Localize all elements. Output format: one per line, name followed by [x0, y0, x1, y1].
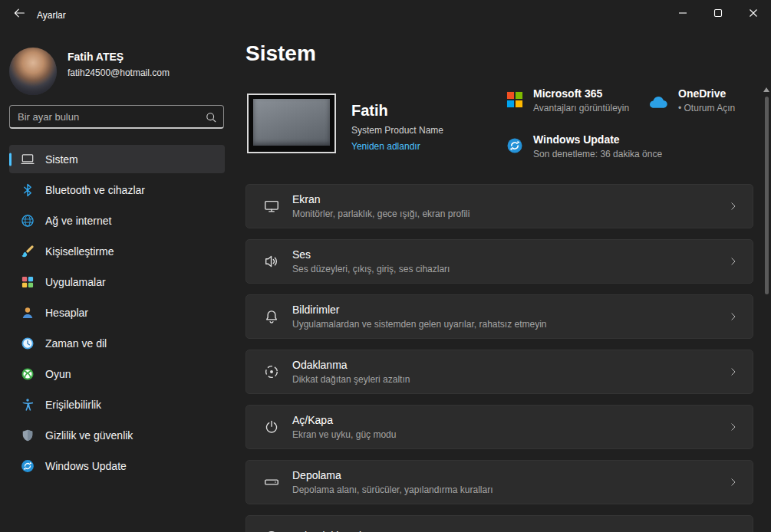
windows-update-text[interactable]: Windows Update Son denetleme: 36 dakika …: [533, 133, 662, 159]
back-arrow-icon: [13, 7, 25, 19]
microsoft-365-card[interactable]: [506, 91, 523, 108]
sidebar-item-accessibility[interactable]: Erişilebilirlik: [9, 390, 225, 419]
scrollbar-thumb[interactable]: [765, 97, 769, 294]
close-icon: [748, 8, 759, 18]
app-title: Ayarlar: [37, 10, 66, 21]
sidebar-item-privacy[interactable]: Gizlilik ve güvenlik: [9, 421, 225, 449]
bluetooth-icon: [20, 182, 35, 198]
scroll-up-button[interactable]: [763, 86, 770, 94]
paintbrush-icon: [20, 244, 35, 259]
setting-title: Bildirimler: [292, 304, 547, 316]
microsoft-logo-icon: [506, 91, 523, 108]
device-model: System Product Name: [351, 125, 443, 136]
minimize-icon: [677, 8, 688, 18]
setting-card-focus[interactable]: Odaklanma Dikkat dağıtan şeyleri azaltın: [245, 350, 753, 394]
sidebar-item-windows-update[interactable]: Windows Update: [9, 452, 225, 480]
windows-update-title: Windows Update: [533, 133, 662, 146]
settings-search: [9, 105, 224, 129]
setting-subtitle: Ses düzeyleri, çıkış, giriş, ses cihazla…: [292, 264, 450, 274]
clock-icon: [20, 336, 35, 351]
nearby-sharing-icon: [263, 529, 280, 532]
chevron-right-icon: [728, 422, 739, 432]
sidebar-item-network[interactable]: Ağ ve internet: [9, 206, 225, 235]
display-icon: [263, 198, 280, 215]
rename-device-link[interactable]: Yeniden adlandır: [351, 141, 443, 152]
setting-card-sound[interactable]: Ses Ses düzeyleri, çıkış, giriş, ses cih…: [245, 239, 753, 284]
setting-title: Odaklanma: [292, 359, 410, 371]
device-screen-preview: [253, 99, 330, 146]
setting-title: Aç/Kapa: [292, 414, 396, 426]
maximize-button[interactable]: [700, 0, 736, 26]
user-name: Fatih ATEŞ: [68, 51, 170, 63]
titlebar: Ayarlar: [0, 0, 771, 31]
windows-update-subtitle: Son denetleme: 36 dakika önce: [533, 149, 662, 159]
setting-subtitle: Uygulamalardan ve sistemden gelen uyarıl…: [292, 319, 547, 330]
microsoft-365-text[interactable]: Microsoft 365 Avantajları görüntüleyin: [533, 87, 629, 113]
setting-card-nearby-sharing[interactable]: Yakındaki paylaşım: [245, 515, 753, 532]
windows-update-card[interactable]: [506, 136, 524, 155]
sidebar-item-label: Bluetooth ve cihazlar: [45, 184, 145, 196]
setting-title: Ses: [292, 248, 450, 261]
window-controls: [665, 0, 771, 26]
setting-card-storage[interactable]: Depolama Depolama alanı, sürücüler, yapı…: [245, 460, 753, 504]
xbox-icon: [20, 366, 35, 382]
sidebar-item-label: Uygulamalar: [45, 276, 106, 288]
back-button[interactable]: [6, 2, 32, 25]
onedrive-cloud-icon: [648, 95, 671, 110]
setting-subtitle: Monitörler, parlaklık, gece ışığı, ekran…: [292, 209, 470, 219]
sidebar-item-label: Oyun: [45, 368, 71, 380]
sidebar-item-label: Kişiselleştirme: [45, 245, 114, 258]
setting-card-notifications[interactable]: Bildirimler Uygulamalardan ve sistemden …: [245, 294, 753, 339]
setting-title: Depolama: [292, 469, 493, 481]
microsoft-365-title: Microsoft 365: [533, 87, 629, 100]
setting-subtitle: Dikkat dağıtan şeyleri azaltın: [292, 374, 410, 385]
chevron-right-icon: [728, 477, 739, 488]
sidebar-item-label: Gizlilik ve güvenlik: [45, 429, 133, 442]
chevron-right-icon: [728, 366, 739, 377]
setting-subtitle: Ekran ve uyku, güç modu: [292, 429, 396, 440]
windows-update-icon: [20, 458, 35, 474]
close-button[interactable]: [736, 0, 771, 26]
chevron-right-icon: [728, 311, 739, 322]
search-input[interactable]: [10, 106, 223, 127]
onedrive-text[interactable]: OneDrive • Oturum Açın: [678, 87, 735, 113]
chevron-right-icon: [728, 256, 739, 267]
sidebar-nav: Sistem Bluetooth ve cihazlar Ağ ve inter…: [9, 145, 225, 482]
device-name: Fatih: [351, 102, 443, 120]
maximize-icon: [713, 8, 723, 18]
minimize-button[interactable]: [665, 0, 700, 26]
storage-drive-icon: [263, 474, 280, 491]
setting-card-power[interactable]: Aç/Kapa Ekran ve uyku, güç modu: [245, 405, 753, 449]
onedrive-card[interactable]: [648, 95, 671, 110]
setting-card-display[interactable]: Ekran Monitörler, parlaklık, gece ışığı,…: [245, 184, 753, 228]
page-title: Sistem: [245, 41, 316, 66]
user-email: fatih24500@hotmail.com: [68, 67, 170, 78]
sidebar-item-label: Windows Update: [45, 460, 127, 472]
globe-icon: [20, 213, 35, 228]
microsoft-365-subtitle: Avantajları görüntüleyin: [533, 103, 629, 113]
sidebar-item-label: Zaman ve dil: [45, 337, 107, 350]
shield-icon: [20, 428, 35, 443]
setting-title: Ekran: [292, 193, 470, 205]
sidebar-item-apps[interactable]: Uygulamalar: [9, 268, 225, 296]
device-image: [247, 94, 336, 153]
selected-indicator: [9, 153, 12, 166]
person-icon: [20, 305, 35, 320]
accessibility-icon: [20, 397, 35, 412]
sidebar-item-gaming[interactable]: Oyun: [9, 360, 225, 388]
chevron-right-icon: [728, 201, 739, 212]
sidebar-item-personalization[interactable]: Kişiselleştirme: [9, 237, 225, 265]
sidebar-item-label: Ağ ve internet: [45, 215, 111, 227]
sidebar-item-time-language[interactable]: Zaman ve dil: [9, 329, 225, 357]
avatar: [9, 48, 57, 95]
sidebar-item-bluetooth[interactable]: Bluetooth ve cihazlar: [9, 176, 225, 204]
search-icon: [205, 111, 217, 123]
sidebar-item-accounts[interactable]: Hesaplar: [9, 298, 225, 327]
setting-subtitle: Depolama alanı, sürücüler, yapılandırma …: [292, 484, 493, 495]
onedrive-subtitle: • Oturum Açın: [678, 103, 735, 113]
sidebar-item-label: Sistem: [45, 153, 78, 166]
sidebar-item-sistem[interactable]: Sistem: [9, 145, 225, 173]
onedrive-title: OneDrive: [678, 87, 735, 100]
sidebar-item-label: Erişilebilirlik: [45, 399, 101, 411]
apps-grid-icon: [20, 274, 35, 290]
